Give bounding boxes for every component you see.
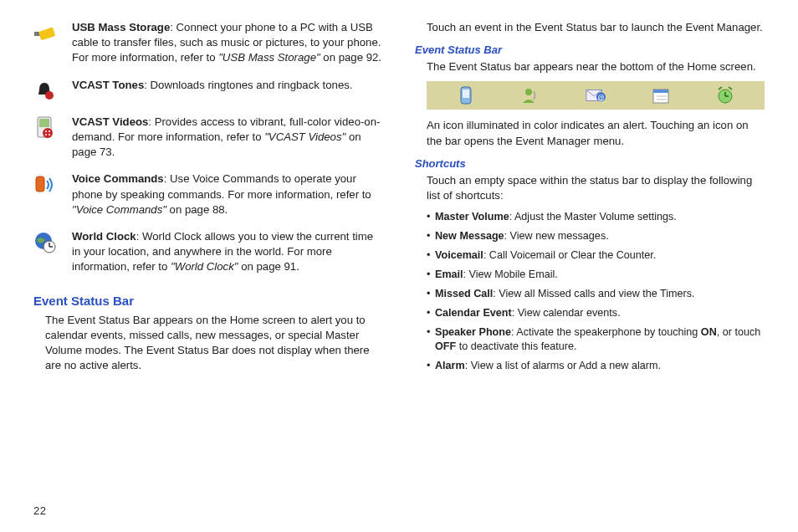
feature-row: Voice Commands: Use Voice Commands to op…: [33, 171, 383, 217]
feature-row: World Clock: World Clock allows you to v…: [33, 229, 383, 275]
body-text: Touch an empty space within the status b…: [427, 173, 765, 203]
svg-point-8: [45, 134, 47, 136]
svg-point-7: [49, 130, 50, 132]
feature-text: VCAST Tones: Downloads ringtones and rin…: [72, 78, 383, 93]
page-number: 22: [33, 504, 46, 517]
body-text: An icon illuminated in color indicates a…: [427, 118, 765, 148]
list-item: Speaker Phone: Activate the speakerphone…: [427, 325, 765, 354]
feature-text: Voice Commands: Use Voice Commands to op…: [72, 171, 383, 217]
svg-point-2: [45, 91, 54, 100]
alarm-clock-icon: [715, 85, 735, 105]
list-item: Voicemail: Call Voicemail or Clear the C…: [427, 248, 765, 263]
svg-point-17: [525, 89, 532, 95]
shortcut-list: Master Volume: Adjust the Master Volume …: [427, 210, 765, 373]
svg-rect-1: [38, 27, 56, 40]
svg-point-9: [49, 134, 50, 136]
event-status-bar-illustration: @: [427, 81, 765, 110]
person-icon: [520, 85, 540, 105]
calendar-icon: [651, 85, 671, 105]
body-text: The Event Status bar appears near the bo…: [427, 59, 765, 74]
feature-text: USB Mass Storage: Connect your phone to …: [72, 20, 383, 66]
svg-text:@: @: [597, 94, 604, 102]
list-item: Missed Call: View all Missed calls and v…: [427, 287, 765, 301]
svg-line-28: [719, 87, 722, 90]
svg-rect-22: [653, 90, 668, 93]
subheading-event-status-bar: Event Status Bar: [415, 43, 765, 56]
list-item: Email: View Mobile Email.: [427, 268, 765, 282]
svg-point-6: [45, 130, 47, 132]
feature-row: VCAST Videos: Provides access to vibrant…: [33, 115, 383, 161]
svg-point-5: [43, 128, 53, 138]
voice-icon: [33, 173, 57, 197]
svg-rect-4: [39, 119, 49, 127]
bell-icon: [33, 79, 57, 103]
section-heading-event-status-bar: Event Status Bar: [33, 294, 383, 308]
svg-line-29: [729, 87, 732, 90]
email-at-icon: @: [586, 85, 606, 105]
feature-text: World Clock: World Clock allows you to v…: [72, 229, 383, 275]
feature-text: VCAST Videos: Provides access to vibrant…: [72, 115, 383, 161]
usb-stick-icon: [33, 22, 57, 45]
body-text: The Event Status Bar appears on the Home…: [45, 313, 383, 374]
subheading-shortcuts: Shortcuts: [415, 157, 765, 170]
svg-rect-16: [463, 90, 469, 98]
video-player-icon: [33, 116, 57, 140]
svg-rect-10: [36, 176, 44, 192]
body-text: Touch an event in the Event Status bar t…: [427, 20, 765, 35]
feature-row: VCAST Tones: Downloads ringtones and rin…: [33, 78, 383, 103]
list-item: Calendar Event: View calendar events.: [427, 306, 765, 320]
world-clock-icon: [33, 231, 57, 254]
list-item: Alarm: View a list of alarms or Add a ne…: [427, 359, 765, 373]
list-item: Master Volume: Adjust the Master Volume …: [427, 210, 765, 224]
feature-row: USB Mass Storage: Connect your phone to …: [33, 20, 383, 66]
list-item: New Message: View new messages.: [427, 229, 765, 243]
phone-icon: [456, 85, 476, 105]
